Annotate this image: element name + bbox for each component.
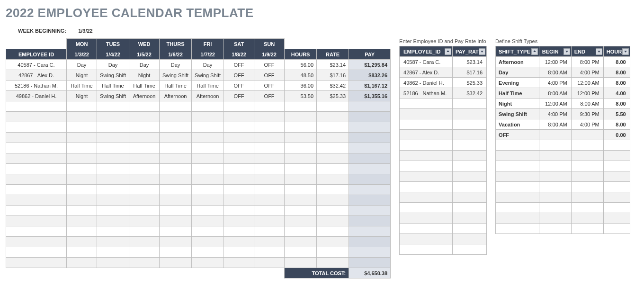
payrate-value[interactable]: $25.33 [453,78,487,88]
payrate-row-empty [400,234,487,244]
schedule-row: 49862 - Daniel H.NightSwing ShiftAfterno… [6,91,391,101]
shift-cell[interactable]: Swing Shift [192,70,224,81]
week-beginning-row: WEEK BEGINNING: 1/3/22 [18,28,638,34]
shift-cell[interactable]: Day [129,60,160,70]
shift-cell[interactable]: Swing Shift [97,70,129,81]
payrate-row: 40587 - Cara C.$23.14 [400,57,487,67]
shift-cell[interactable]: Afternoon [192,91,224,101]
shift-begin[interactable] [539,130,571,140]
filter-dropdown-icon[interactable] [564,48,570,55]
sort-asc-icon[interactable] [445,48,451,55]
shift-cell[interactable]: Day [192,60,224,70]
shift-end[interactable]: 9:30 PM [571,109,603,119]
employee-cell[interactable]: 49862 - Daniel H. [6,91,67,101]
shift-cell[interactable]: Half Time [129,81,160,91]
shift-end[interactable]: 4:00 PM [571,119,603,130]
col-header-date: 1/3/22 [67,49,97,60]
shift-cell[interactable]: Half Time [160,81,192,91]
payrate-employee[interactable]: 40587 - Cara C. [400,57,453,67]
employee-cell[interactable]: 52186 - Nathan M. [6,81,67,91]
schedule-row-empty [6,216,391,226]
shift-end[interactable]: 8:00 AM [571,99,603,109]
hours-cell: 56.00 [285,60,317,70]
shift-cell[interactable]: Swing Shift [160,70,192,81]
shift-section: Define Shift Types SHIFT_TYPE BEGIN END … [495,38,630,234]
shift-cell[interactable]: OFF [254,91,285,101]
shift-cell[interactable]: Swing Shift [97,91,129,101]
shift-cell[interactable]: Half Time [192,81,224,91]
schedule-row-empty [6,143,391,153]
total-cost-value: $4,650.38 [349,268,391,278]
shift-cell[interactable]: Half Time [97,81,129,91]
shift-type[interactable]: Half Time [496,88,539,99]
rate-cell: $17.16 [317,70,349,81]
shift-end[interactable]: 12:00 AM [571,78,603,88]
payrate-value[interactable]: $17.16 [453,67,487,78]
schedule-row-empty [6,164,391,174]
shift-hours: 8.00 [603,57,630,67]
shift-begin[interactable]: 12:00 PM [539,57,571,67]
shift-type[interactable]: Day [496,67,539,78]
shift-cell[interactable]: Night [67,91,97,101]
shift-type[interactable]: Night [496,99,539,109]
week-beginning-value[interactable]: 1/3/22 [78,28,93,34]
shift-begin[interactable]: 8:00 AM [539,67,571,78]
shift-end[interactable]: 8:00 PM [571,57,603,67]
sort-asc-icon[interactable] [531,48,538,55]
schedule-row-empty [6,206,391,216]
filter-dropdown-icon[interactable] [479,48,485,55]
shift-cell[interactable]: Night [129,70,160,81]
shift-cell[interactable]: Day [160,60,192,70]
shift-cell[interactable]: Day [67,60,97,70]
payrate-row-empty [400,119,487,130]
payrate-row-empty [400,213,487,224]
col-header-date: 1/5/22 [129,49,160,60]
shift-cell[interactable]: OFF [224,60,254,70]
shift-cell[interactable]: Half Time [67,81,97,91]
page-title: 2022 EMPLOYEE CALENDAR TEMPLATE [6,6,638,20]
shift-begin[interactable]: 8:00 AM [539,88,571,99]
shift-cell[interactable]: OFF [224,70,254,81]
shift-cell[interactable]: Afternoon [129,91,160,101]
shift-type[interactable]: Afternoon [496,57,539,67]
col-header-date: 1/7/22 [192,49,224,60]
employee-cell[interactable]: 40587 - Cara C. [6,60,67,70]
payrate-value[interactable]: $23.14 [453,57,487,67]
payrate-employee[interactable]: 42867 - Alex D. [400,67,453,78]
col-header-date: 1/9/22 [254,49,285,60]
payrate-value[interactable]: $32.42 [453,88,487,99]
shift-cell[interactable]: Night [67,70,97,81]
shift-cell[interactable]: OFF [254,60,285,70]
shift-end[interactable]: 12:00 PM [571,88,603,99]
shift-cell[interactable]: OFF [224,91,254,101]
shift-type[interactable]: OFF [496,130,539,140]
shift-cell[interactable]: Afternoon [160,91,192,101]
shift-type[interactable]: Vacation [496,119,539,130]
shift-cell[interactable]: Day [97,60,129,70]
shift-end[interactable]: 4:00 PM [571,67,603,78]
shift-type[interactable]: Evening [496,78,539,88]
schedule-table: MON TUES WED THURS FRI SAT SUN EMPLOYEE … [6,38,391,278]
payrate-row: 42867 - Alex D.$17.16 [400,67,487,78]
shift-begin[interactable]: 12:00 AM [539,99,571,109]
shift-cell[interactable]: OFF [224,81,254,91]
shift-begin[interactable]: 8:00 AM [539,119,571,130]
shift-type[interactable]: Swing Shift [496,109,539,119]
pay-cell: $832.26 [349,70,391,81]
payrate-section: Enter Employee ID and Pay Rate Info EMPL… [399,38,487,255]
shift-end[interactable] [571,130,603,140]
filter-dropdown-icon[interactable] [596,48,602,55]
payrate-employee[interactable]: 49862 - Daniel H. [400,78,453,88]
day-header: SAT [224,39,254,49]
shift-cell[interactable]: OFF [254,81,285,91]
filter-dropdown-icon[interactable] [622,48,629,55]
shift-row-empty [496,192,630,203]
shift-cell[interactable]: OFF [254,70,285,81]
employee-cell[interactable]: 42867 - Alex D. [6,70,67,81]
payrate-row: 52186 - Nathan M.$32.42 [400,88,487,99]
schedule-row-empty [6,226,391,237]
payrate-employee[interactable]: 52186 - Nathan M. [400,88,453,99]
shift-begin[interactable]: 4:00 PM [539,109,571,119]
col-header-rate: RATE [317,49,349,60]
shift-begin[interactable]: 4:00 PM [539,78,571,88]
